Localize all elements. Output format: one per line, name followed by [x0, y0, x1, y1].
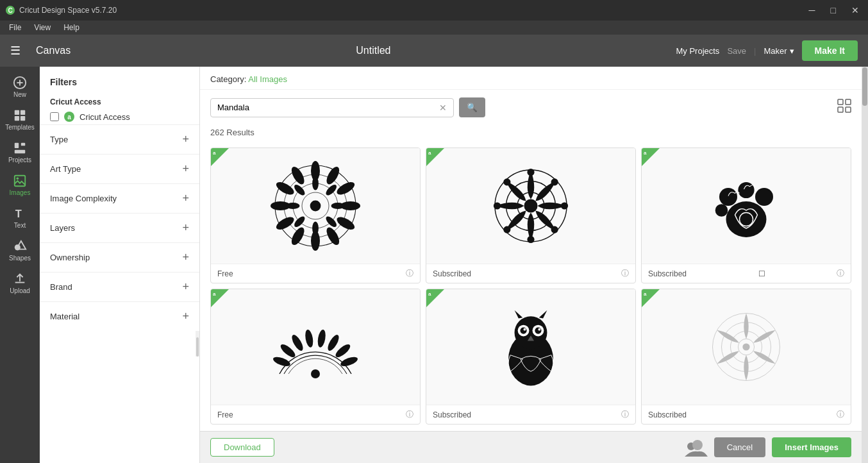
image-card-4[interactable]: a — [210, 289, 421, 425]
mandala-svg-1 — [271, 161, 360, 251]
card-status-1: Free — [217, 269, 233, 278]
svg-rect-19 — [838, 107, 843, 112]
category-label: Category: — [210, 74, 246, 84]
category-value[interactable]: All Images — [248, 74, 287, 84]
cricut-access-checkbox-item[interactable]: a Cricut Access — [50, 112, 189, 122]
svg-point-64 — [272, 355, 291, 368]
sidebar-item-text[interactable]: T Text — [0, 203, 40, 233]
info-icon-5[interactable]: ⓘ — [621, 409, 629, 420]
svg-marker-76 — [539, 310, 547, 319]
filter-section-type[interactable]: Type + — [40, 124, 199, 154]
svg-point-56 — [494, 202, 501, 209]
sidebar-item-shapes[interactable]: Shapes — [0, 235, 40, 265]
cricut-access-label: Cricut Access — [50, 97, 189, 106]
svg-point-82 — [538, 328, 540, 331]
filter-section-image-complexity[interactable]: Image Complexity + — [40, 183, 199, 213]
svg-point-45 — [292, 183, 306, 197]
menu-view[interactable]: View — [29, 22, 56, 33]
save-button[interactable]: Save — [727, 46, 746, 56]
svg-point-81 — [524, 328, 526, 331]
download-button[interactable]: Download — [210, 438, 274, 457]
svg-point-44 — [287, 203, 300, 209]
plus-icon — [13, 76, 27, 90]
card-footer-6: Subscribed ⓘ — [642, 405, 851, 424]
filter-section-ownership[interactable]: Ownership + — [40, 242, 199, 272]
filter-section-brand[interactable]: Brand + — [40, 272, 199, 301]
image-card-6[interactable]: a — [641, 289, 851, 425]
svg-rect-12 — [15, 176, 26, 187]
search-input[interactable] — [217, 103, 437, 112]
card-status-5: Subscribed — [433, 410, 471, 419]
text-icon: T — [13, 206, 27, 221]
image-card-3[interactable]: a — [641, 147, 851, 283]
filter-material-expand-icon: + — [182, 310, 189, 323]
sidebar-label-shapes: Shapes — [9, 255, 31, 262]
card-footer-4: Free ⓘ — [211, 405, 420, 424]
cricut-tag-icon-1: a — [213, 150, 215, 156]
svg-marker-75 — [515, 310, 523, 319]
info-icon-1[interactable]: ⓘ — [406, 268, 413, 279]
info-icon-6[interactable]: ⓘ — [837, 409, 844, 420]
templates-icon — [13, 108, 27, 122]
filter-section-art-type[interactable]: Art Type + — [40, 154, 199, 183]
menu-file[interactable]: File — [4, 22, 26, 33]
info-icon-2[interactable]: ⓘ — [621, 268, 629, 279]
cancel-button[interactable]: Cancel — [714, 437, 765, 457]
svg-point-38 — [312, 177, 319, 190]
svg-point-36 — [274, 180, 296, 198]
info-icon-4[interactable]: ⓘ — [406, 409, 413, 420]
svg-text:C: C — [8, 7, 12, 14]
svg-point-30 — [335, 215, 356, 233]
svg-rect-6 — [21, 110, 25, 115]
search-clear-icon[interactable]: ✕ — [439, 103, 447, 113]
info-icon-3[interactable]: ⓘ — [837, 268, 844, 279]
close-button[interactable]: ✕ — [847, 4, 863, 17]
svg-point-54 — [527, 236, 534, 243]
filter-section-material[interactable]: Material + — [40, 301, 199, 331]
sidebar-label-new: New — [13, 91, 26, 98]
user-stats-icon — [685, 439, 708, 457]
sidebar-item-new[interactable]: New — [0, 72, 40, 102]
card-footer-1: Free ⓘ — [211, 264, 420, 283]
scrollbar-thumb[interactable] — [862, 67, 867, 106]
mandala-svg-2 — [486, 161, 576, 251]
make-it-button[interactable]: Make It — [802, 40, 858, 61]
filter-brand-label: Brand — [50, 282, 72, 292]
card-status-4: Free — [217, 410, 233, 419]
svg-rect-20 — [846, 107, 851, 112]
image-card-5[interactable]: a — [426, 289, 636, 425]
maximize-button[interactable]: □ — [827, 4, 840, 17]
my-projects-link[interactable]: My Projects — [676, 46, 719, 56]
image-card-1[interactable]: a — [210, 147, 421, 283]
filter-type-label: Type — [50, 135, 68, 144]
hamburger-menu[interactable]: ☰ — [10, 44, 21, 58]
filter-panel: Filters Cricut Access a Cricut Access Ty… — [40, 67, 200, 463]
grid-toggle-button[interactable] — [837, 99, 851, 116]
svg-text:T: T — [15, 208, 22, 219]
sidebar-item-images[interactable]: Images — [0, 170, 40, 200]
images-grid: a — [200, 142, 862, 431]
image-card-2[interactable]: a — [426, 147, 636, 283]
mandala-svg-3 — [701, 161, 791, 251]
filter-image-complexity-expand-icon: + — [182, 192, 189, 205]
insert-images-button[interactable]: Insert Images — [772, 437, 851, 457]
cricut-badge: a — [64, 112, 74, 122]
sidebar-label-text: Text — [14, 222, 26, 229]
mandala-svg-4 — [271, 302, 360, 392]
menubar: File View Help — [0, 21, 868, 35]
cricut-access-checkbox[interactable] — [50, 112, 59, 121]
sidebar-item-projects[interactable]: Projects — [0, 137, 40, 167]
svg-rect-10 — [21, 143, 25, 146]
search-button[interactable]: 🔍 — [459, 97, 485, 117]
menu-help[interactable]: Help — [58, 22, 85, 33]
sidebar-item-templates[interactable]: Templates — [0, 105, 40, 135]
right-scrollbar[interactable] — [862, 67, 868, 463]
select-checkbox-3[interactable]: ☐ — [758, 269, 765, 278]
sidebar-item-upload[interactable]: Upload — [0, 268, 40, 298]
minimize-button[interactable]: ─ — [805, 4, 819, 17]
svg-point-28 — [335, 180, 356, 198]
projects-icon — [13, 141, 27, 155]
maker-selector[interactable]: Maker ▾ — [764, 46, 794, 56]
filter-section-layers[interactable]: Layers + — [40, 213, 199, 242]
svg-rect-17 — [838, 99, 843, 105]
